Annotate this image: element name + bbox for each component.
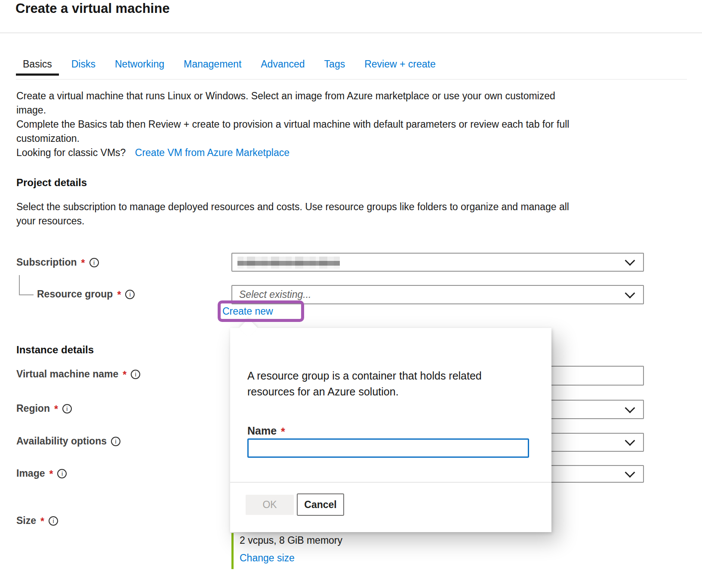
create-vm-page: Create a virtual machine Basics Disks Ne… <box>0 0 702 588</box>
tab-review-create[interactable]: Review + create <box>357 55 443 76</box>
resource-group-name-input[interactable] <box>247 438 529 458</box>
ok-button[interactable]: OK <box>246 495 294 515</box>
create-vm-marketplace-link[interactable]: Create VM from Azure Marketplace <box>135 147 289 158</box>
info-icon[interactable]: i <box>49 516 58 526</box>
subscription-dropdown[interactable] <box>231 253 644 272</box>
image-label: Image * i <box>16 468 67 479</box>
classic-vms-prompt: Looking for classic VMs? <box>16 147 126 158</box>
name-label: Name * <box>247 425 285 437</box>
intro-line: Create a virtual machine that runs Linux… <box>16 89 569 103</box>
cancel-button[interactable]: Cancel <box>297 493 344 516</box>
resource-group-label: Resource group * i <box>37 288 135 300</box>
tab-bar: Basics Disks Networking Management Advan… <box>16 55 443 76</box>
hierarchy-connector-horizontal <box>19 294 34 295</box>
subscription-label: Subscription * i <box>16 257 99 268</box>
required-marker: * <box>49 469 53 480</box>
info-icon[interactable]: i <box>111 437 120 446</box>
chevron-down-icon <box>625 435 635 446</box>
change-size-link[interactable]: Change size <box>240 552 295 564</box>
tab-tags[interactable]: Tags <box>317 55 352 76</box>
intro-line: Complete the Basics tab then Review + cr… <box>16 117 569 132</box>
required-marker: * <box>54 404 58 415</box>
required-marker: * <box>281 426 285 438</box>
tab-advanced[interactable]: Advanced <box>254 55 311 76</box>
project-details-description: Select the subscription to manage deploy… <box>16 200 569 228</box>
info-icon[interactable]: i <box>57 469 67 478</box>
required-marker: * <box>40 516 44 527</box>
tab-disks[interactable]: Disks <box>65 55 102 76</box>
size-accent-bar <box>231 533 234 569</box>
info-icon[interactable]: i <box>125 290 135 299</box>
subscription-value-redacted <box>237 257 340 269</box>
instance-details-heading: Instance details <box>16 344 94 356</box>
tabs-divider <box>16 79 687 80</box>
info-icon[interactable]: i <box>62 404 72 413</box>
size-label: Size * i <box>16 515 58 527</box>
chevron-down-icon <box>625 403 635 413</box>
chevron-down-icon <box>625 467 635 478</box>
intro-classic-row: Looking for classic VMs? Create VM from … <box>16 146 569 160</box>
chevron-down-icon <box>625 255 635 266</box>
intro-line: customization. <box>16 132 569 146</box>
annotation-highlight-box <box>218 300 304 322</box>
required-marker: * <box>81 257 85 269</box>
dialog-footer-divider <box>230 482 551 483</box>
size-summary: 2 vcpus, 8 GiB memory <box>240 535 342 546</box>
tab-basics[interactable]: Basics <box>16 55 59 76</box>
info-icon[interactable]: i <box>131 370 140 379</box>
project-details-heading: Project details <box>16 177 87 189</box>
required-marker: * <box>117 289 121 301</box>
page-title: Create a virtual machine <box>15 1 169 16</box>
intro-line: image. <box>16 103 569 117</box>
region-label: Region * i <box>16 403 72 414</box>
required-marker: * <box>123 369 126 381</box>
tab-management[interactable]: Management <box>177 55 248 76</box>
info-icon[interactable]: i <box>89 258 99 267</box>
intro-text: Create a virtual machine that runs Linux… <box>16 89 569 160</box>
vm-name-label: Virtual machine name * i <box>16 368 140 380</box>
dialog-description: A resource group is a container that hol… <box>247 368 482 400</box>
hierarchy-connector-vertical <box>19 275 20 295</box>
create-resource-group-dialog: A resource group is a container that hol… <box>230 328 551 532</box>
availability-options-label: Availability options i <box>16 435 120 447</box>
tab-networking[interactable]: Networking <box>108 55 171 76</box>
title-divider <box>0 33 702 33</box>
